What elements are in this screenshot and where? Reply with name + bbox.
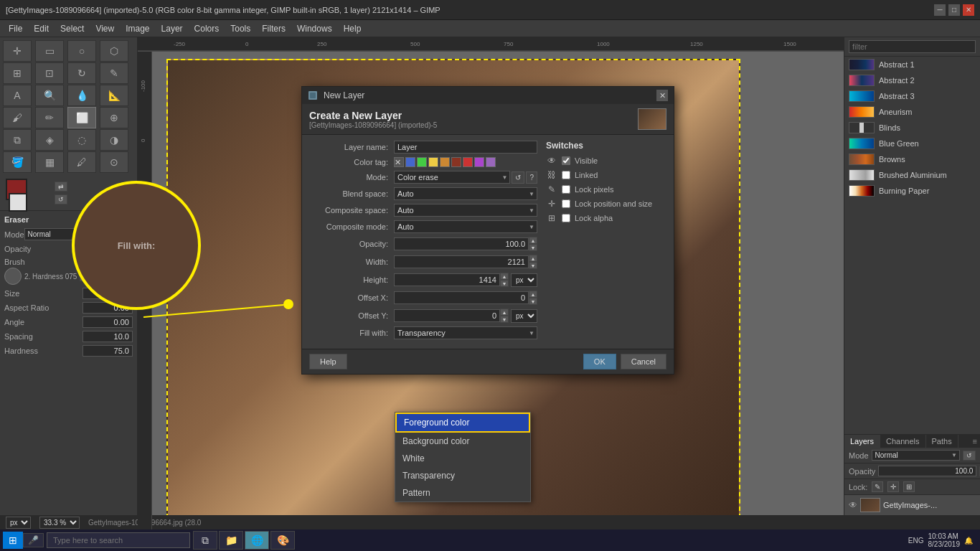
menu-image[interactable]: Image	[120, 22, 155, 35]
opacity-form-input[interactable]	[394, 237, 529, 250]
menu-filters[interactable]: Filters	[256, 22, 291, 35]
ok-button[interactable]: OK	[583, 354, 616, 369]
color-tag-violet[interactable]	[474, 157, 484, 167]
color-tag-purple[interactable]	[486, 157, 496, 167]
color-tag-red[interactable]	[463, 157, 473, 167]
color-tag-green[interactable]	[417, 157, 427, 167]
filter-input[interactable]	[849, 40, 976, 53]
tool-ink[interactable]: 🖊	[67, 151, 96, 173]
tab-layers[interactable]: Layers	[844, 435, 880, 448]
tool-heal[interactable]: ⊕	[100, 107, 128, 128]
tool-perspective[interactable]: ◈	[35, 129, 64, 151]
menu-windows[interactable]: Windows	[291, 22, 338, 35]
offset-y-unit-select[interactable]: px	[511, 309, 537, 323]
taskbar-app-chrome[interactable]: 🌐	[245, 531, 269, 550]
lock-position-button[interactable]: ✛	[887, 481, 899, 492]
cancel-button[interactable]: Cancel	[621, 354, 666, 369]
help-button[interactable]: Help	[309, 354, 347, 369]
gradient-blinds[interactable]: Blinds	[844, 120, 980, 136]
gradient-aneurism[interactable]: Aneurism	[844, 104, 980, 120]
angle-input[interactable]	[83, 316, 133, 328]
taskbar-search-input[interactable]	[47, 532, 190, 548]
offset-x-spin-down[interactable]: ▼	[529, 298, 537, 305]
tool-paint[interactable]: 🖌	[3, 107, 32, 128]
spacing-input[interactable]	[83, 331, 133, 342]
unit-select[interactable]: px	[6, 517, 31, 529]
background-color-swatch[interactable]	[9, 193, 27, 212]
layers-menu-icon[interactable]: ≡	[970, 435, 980, 448]
tool-measure[interactable]: 📐	[100, 85, 128, 106]
swap-colors-button[interactable]: ⇄	[55, 182, 67, 192]
tool-pencil[interactable]: ✏	[35, 107, 64, 128]
tool-ellipse-select[interactable]: ○	[67, 40, 96, 62]
start-button[interactable]: ⊞	[3, 532, 23, 549]
composite-space-select[interactable]: Auto	[394, 204, 537, 217]
lock-pixels-button[interactable]: ✎	[872, 481, 883, 492]
color-tag-none[interactable]: ✕	[394, 157, 404, 167]
tool-rect-select[interactable]: ▭	[35, 40, 64, 62]
offset-y-spin-down[interactable]: ▼	[500, 316, 509, 323]
tool-color-picker[interactable]: 💧	[67, 85, 96, 106]
layer-item[interactable]: 👁 GettyImages-...	[844, 495, 980, 515]
menu-help[interactable]: Help	[338, 22, 367, 35]
color-tag-orange[interactable]	[440, 157, 450, 167]
tool-crop[interactable]: ⊡	[35, 62, 64, 84]
opacity-spin-up[interactable]: ▲	[529, 237, 537, 244]
gradient-blue-green[interactable]: Blue Green	[844, 136, 980, 151]
offset-y-spin-up[interactable]: ▲	[500, 309, 509, 316]
width-input[interactable]	[394, 255, 529, 268]
close-button[interactable]: ✕	[963, 4, 974, 16]
layer-visibility-icon[interactable]: 👁	[849, 500, 857, 510]
menu-edit[interactable]: Edit	[28, 22, 55, 35]
taskbar-app-taskview[interactable]: ⧉	[193, 531, 217, 550]
tool-clone[interactable]: ⧉	[3, 129, 32, 151]
tool-transform[interactable]: ↻	[67, 62, 96, 84]
color-tag-brown[interactable]	[451, 157, 461, 167]
tool-dodge[interactable]: ◑	[100, 129, 128, 151]
search-voice-button[interactable]: 🎤	[23, 533, 44, 547]
reset-colors-button[interactable]: ↺	[55, 194, 67, 204]
maximize-button[interactable]: □	[948, 4, 960, 16]
tab-paths[interactable]: Paths	[926, 435, 958, 448]
taskbar-app-explorer[interactable]: 📁	[219, 531, 243, 550]
tool-free-select[interactable]: ⬡	[100, 40, 128, 62]
dropdown-pattern[interactable]: Pattern	[395, 484, 530, 501]
color-tag-yellow[interactable]	[428, 157, 438, 167]
offset-x-input[interactable]	[394, 291, 529, 304]
gradient-brushed[interactable]: Brushed Aluminium	[844, 167, 980, 183]
menu-select[interactable]: Select	[55, 22, 90, 35]
gradient-abstract2[interactable]: Abstract 2	[844, 72, 980, 88]
menu-file[interactable]: File	[3, 22, 28, 35]
offset-x-spin-up[interactable]: ▲	[529, 291, 537, 298]
gradient-browns[interactable]: Browns	[844, 151, 980, 167]
blend-space-select[interactable]: Auto	[394, 187, 537, 200]
lock-pixels-checkbox[interactable]	[562, 185, 570, 194]
dialog-close-button[interactable]: ✕	[656, 90, 668, 101]
gradient-abstract3[interactable]: Abstract 3	[844, 88, 980, 104]
taskbar-app-gimp[interactable]: 🎨	[270, 531, 295, 550]
gradient-burning-paper[interactable]: Burning Paper	[844, 183, 980, 199]
layer-name-input[interactable]	[394, 141, 537, 154]
dropdown-transparency[interactable]: Transparency	[395, 467, 530, 484]
gradient-abstract1[interactable]: Abstract 1	[844, 57, 980, 72]
mode-help-button[interactable]: ?	[526, 171, 537, 184]
height-spin-up[interactable]: ▲	[500, 273, 509, 280]
tool-smudge[interactable]: ⊙	[100, 151, 128, 173]
tool-blend[interactable]: ▦	[35, 151, 64, 173]
tool-bucket-fill[interactable]: 🪣	[3, 151, 32, 173]
height-spin-down[interactable]: ▼	[500, 280, 509, 287]
layer-mode-select[interactable]: Normal	[872, 450, 960, 461]
composite-mode-select[interactable]: Auto	[394, 220, 537, 233]
hardness-input[interactable]	[83, 345, 133, 357]
width-spin-down[interactable]: ▼	[529, 262, 537, 269]
layer-reset-mode-button[interactable]: ↺	[963, 451, 976, 461]
dropdown-white[interactable]: White	[395, 450, 530, 467]
tool-text[interactable]: A	[3, 85, 32, 106]
lock-alpha-button[interactable]: ⊞	[903, 481, 915, 492]
taskbar-notification-icon[interactable]: 🔔	[964, 537, 973, 545]
dropdown-background[interactable]: Background color	[395, 433, 530, 450]
width-spin-up[interactable]: ▲	[529, 255, 537, 262]
minimize-button[interactable]: ─	[934, 4, 946, 16]
dropdown-foreground[interactable]: Foreground color	[395, 413, 530, 433]
tool-paths[interactable]: ✎	[100, 62, 128, 84]
